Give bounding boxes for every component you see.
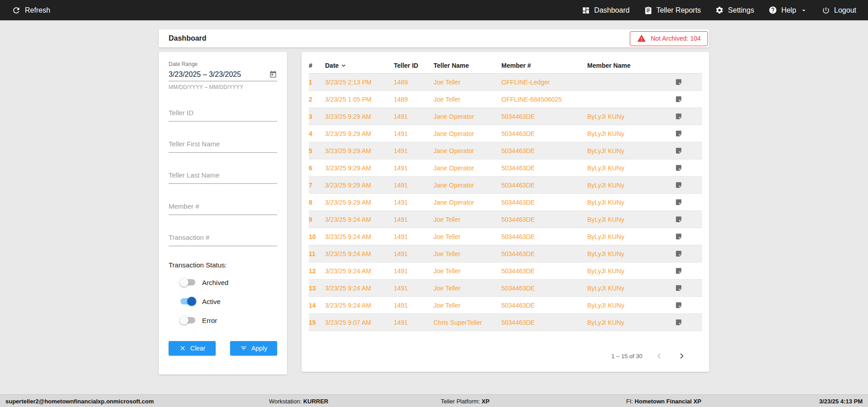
toggle-switch[interactable] (179, 316, 196, 325)
note-icon[interactable] (675, 284, 683, 292)
col-header-date[interactable]: Date (325, 62, 394, 69)
note-icon[interactable] (675, 318, 683, 326)
cell-date: 3/23/25 9:29 AM (325, 182, 394, 189)
cell-num: 10 (309, 233, 325, 240)
next-page-button[interactable] (676, 350, 688, 362)
table-row[interactable]: 8 3/23/25 9:29 AM 1491 Jane Operator 503… (309, 194, 702, 211)
status-toggle-row: Error (179, 316, 277, 325)
refresh-button[interactable]: Refresh (12, 6, 50, 15)
cell-teller-name: Jane Operator (434, 130, 501, 137)
toggle-label: Active (202, 298, 221, 305)
apply-button[interactable]: Apply (230, 341, 277, 356)
note-icon[interactable] (675, 112, 683, 120)
cell-num: 1 (309, 79, 325, 86)
toggle-label: Error (202, 317, 217, 324)
nav-settings-label: Settings (728, 6, 754, 14)
cell-member-num: 5034463DE (501, 164, 587, 172)
note-icon[interactable] (675, 147, 683, 154)
note-icon[interactable] (675, 215, 683, 223)
cell-member-num: 5034463DE (501, 233, 587, 240)
table-row[interactable]: 3 3/23/25 9:29 AM 1491 Jane Operator 503… (309, 108, 702, 125)
financial-institution: FI: Hometown Financial XP (626, 398, 701, 404)
note-icon[interactable] (675, 250, 683, 257)
cell-member-num: 5034463DE (501, 113, 587, 120)
cell-num: 4 (309, 130, 325, 137)
toggle-switch[interactable] (179, 297, 196, 306)
note-icon[interactable] (675, 181, 683, 189)
cell-teller-name: Joe Teller (434, 250, 501, 257)
note-icon[interactable] (675, 233, 683, 240)
content: Dashboard Not Archived: 104 Date Range 3… (159, 20, 709, 374)
cell-member-name: ByLyJI KUNy (587, 113, 668, 120)
cell-num: 12 (309, 267, 325, 275)
cell-num: 8 (309, 199, 325, 206)
cell-teller-id: 1491 (394, 233, 434, 240)
page-title: Dashboard (169, 34, 207, 42)
table-row[interactable]: 11 3/23/25 9:24 AM 1491 Joe Teller 50344… (309, 245, 702, 262)
table-row[interactable]: 14 3/23/25 9:24 AM 1491 Joe Teller 50344… (309, 297, 702, 314)
cell-num: 9 (309, 216, 325, 223)
dashboard-icon (582, 6, 590, 14)
date-range-value: 3/23/2025 – 3/23/2025 (169, 70, 241, 79)
col-header-member-name: Member Name (587, 62, 668, 69)
note-icon[interactable] (675, 267, 683, 275)
cell-num: 14 (309, 302, 325, 309)
cell-member-name: ByLyJI KUNy (587, 302, 668, 309)
note-icon[interactable] (675, 78, 683, 86)
calendar-icon[interactable] (269, 70, 277, 79)
member-number-input[interactable] (169, 199, 277, 215)
cell-teller-id: 1491 (394, 113, 434, 120)
note-icon[interactable] (675, 130, 683, 137)
status-bar: superteller2@hometownfinancialxp.onmicro… (0, 394, 868, 407)
table-row[interactable]: 12 3/23/25 9:24 AM 1491 Joe Teller 50344… (309, 262, 702, 280)
table-row[interactable]: 5 3/23/25 9:29 AM 1491 Jane Operator 503… (309, 142, 702, 159)
table-row[interactable]: 2 3/23/25 1:05 PM 1489 Joe Teller OFFLIN… (309, 91, 702, 108)
filter-panel: Date Range 3/23/2025 – 3/23/2025 MM/DD/Y… (159, 52, 287, 374)
date-range-input[interactable]: 3/23/2025 – 3/23/2025 (169, 67, 277, 81)
nav-settings[interactable]: Settings (715, 6, 754, 14)
col-header-teller-name: Teller Name (434, 62, 501, 69)
date-range-field: Date Range 3/23/2025 – 3/23/2025 MM/DD/Y… (169, 61, 277, 90)
cell-teller-id: 1491 (394, 285, 434, 292)
clear-button[interactable]: Clear (169, 341, 216, 356)
note-icon[interactable] (675, 164, 683, 172)
col-header-num: # (309, 62, 325, 69)
teller-id-input[interactable] (169, 105, 277, 122)
table-row[interactable]: 9 3/23/25 9:24 AM 1491 Joe Teller 503446… (309, 211, 702, 228)
toggle-switch[interactable] (179, 278, 196, 287)
nav-dashboard[interactable]: Dashboard (582, 6, 629, 14)
note-icon[interactable] (675, 95, 683, 103)
teller-first-name-input[interactable] (169, 136, 277, 153)
table-row[interactable]: 4 3/23/25 9:29 AM 1491 Jane Operator 503… (309, 125, 702, 142)
sort-desc-icon (340, 62, 347, 69)
cell-date: 3/23/25 9:29 AM (325, 164, 394, 172)
nav-help[interactable]: Help (769, 6, 807, 14)
cell-member-name: ByLyJI KUNy (587, 164, 668, 172)
nav-dashboard-label: Dashboard (594, 6, 629, 14)
power-icon (822, 6, 830, 14)
teller-last-name-input[interactable] (169, 168, 277, 184)
cell-teller-id: 1489 (394, 96, 434, 103)
status-toggle-row: Active (179, 297, 277, 306)
table-row[interactable]: 13 3/23/25 9:24 AM 1491 Joe Teller 50344… (309, 280, 702, 297)
table-row[interactable]: 6 3/23/25 9:29 AM 1491 Jane Operator 503… (309, 159, 702, 177)
table-row[interactable]: 15 3/23/25 9:07 AM 1491 Chris SuperTelle… (309, 314, 702, 331)
transaction-number-input[interactable] (169, 230, 277, 246)
note-icon[interactable] (675, 301, 683, 309)
table-row[interactable]: 10 3/23/25 9:24 AM 1491 Joe Teller 50344… (309, 228, 702, 245)
nav-teller-reports[interactable]: Teller Reports (644, 6, 701, 14)
cell-date: 3/23/25 9:24 AM (325, 250, 394, 257)
cell-member-name: ByLyJI KUNy (587, 267, 668, 275)
table-row[interactable]: 7 3/23/25 9:29 AM 1491 Jane Operator 503… (309, 177, 702, 194)
note-icon[interactable] (675, 198, 683, 206)
refresh-label: Refresh (25, 6, 50, 14)
table-row[interactable]: 1 3/23/25 2:13 PM 1489 Joe Teller OFFLIN… (309, 74, 702, 91)
cell-member-name: ByLyJI KUNy (587, 319, 668, 326)
apply-button-label: Apply (251, 345, 267, 352)
cell-teller-name: Jane Operator (434, 199, 501, 206)
nav-logout-label: Logout (834, 6, 856, 14)
nav-logout[interactable]: Logout (822, 6, 856, 14)
toggle-label: Archived (202, 279, 228, 286)
cell-teller-id: 1491 (394, 319, 434, 326)
not-archived-badge[interactable]: Not Archived: 104 (630, 31, 708, 46)
